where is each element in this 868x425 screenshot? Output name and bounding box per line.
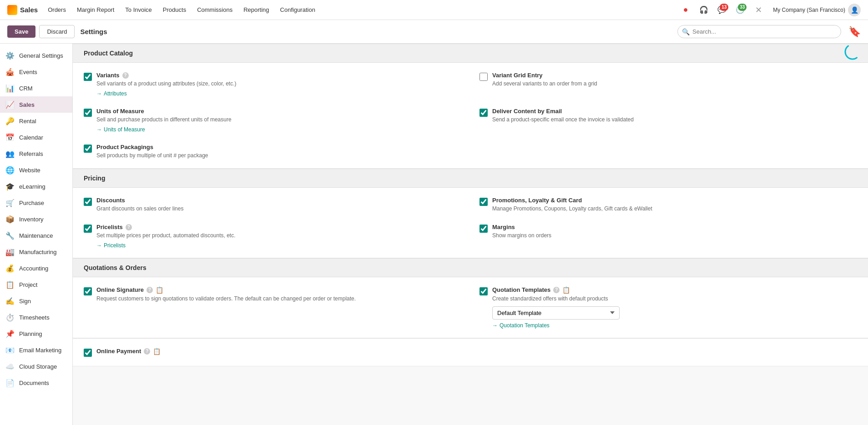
promotions-checkbox[interactable] [479,198,488,206]
online-signature-doc-icon: 📋 [156,286,163,294]
units-of-measure-content: Units of Measure Sell and purchase produ… [96,108,461,133]
sidebar-item-documents[interactable]: 📄 Documents [0,375,72,391]
sidebar-label-rental: Rental [19,118,36,125]
online-payment-help-icon[interactable]: ? [144,348,150,355]
sidebar-label-documents: Documents [19,380,49,386]
attributes-link[interactable]: → Attributes [96,90,127,97]
nav-reporting[interactable]: Reporting [239,4,273,16]
online-signature-help-icon[interactable]: ? [146,287,153,293]
app-logo[interactable]: Sales [4,3,41,17]
online-payment-checkbox[interactable] [84,349,92,357]
discounts-checkbox[interactable] [84,198,92,206]
sidebar-item-planning[interactable]: 📌 Planning [0,325,72,342]
quotation-templates-desc: Create standardized offers with default … [492,295,857,303]
sidebar-label-sales: Sales [19,101,35,108]
variant-grid-entry-title: Variant Grid Entry [492,72,857,79]
user-menu[interactable]: My Company (San Francisco) 👤 [769,2,864,18]
sidebar-item-purchase[interactable]: 🛒 Purchase [0,195,72,211]
sidebar-item-manufacturing[interactable]: 🏭 Manufacturing [0,244,72,260]
sidebar-item-crm[interactable]: 📊 CRM [0,80,72,96]
red-dot-icon[interactable]: ● [678,3,693,17]
extra-settings-section: Online Payment ? 📋 [73,338,868,366]
online-signature-checkbox[interactable] [84,287,92,295]
variant-grid-entry-checkbox[interactable] [479,73,488,81]
quotation-templates-link[interactable]: → Quotation Templates [492,322,550,329]
top-navigation: Sales Orders Margin Report To Invoice Pr… [0,0,868,20]
sidebar-item-events[interactable]: 🎪 Events [0,64,72,80]
sidebar-label-referrals: Referrals [19,150,43,157]
variant-grid-entry-content: Variant Grid Entry Add several variants … [492,72,857,97]
extra-settings-grid: Online Payment ? 📋 [84,348,857,357]
variants-help-icon[interactable]: ? [122,72,129,79]
sidebar-item-rental[interactable]: 🔑 Rental [0,113,72,129]
sidebar-item-email-marketing[interactable]: 📧 Email Marketing [0,342,72,358]
sidebar-item-general-settings[interactable]: ⚙️ General Settings [0,47,72,64]
sidebar-item-timesheets[interactable]: ⏱️ Timesheets [0,309,72,325]
sidebar-item-cloud-storage[interactable]: ☁️ Cloud Storage [0,358,72,375]
default-template-dropdown-container: Default Template [492,306,857,320]
nav-orders[interactable]: Orders [43,4,71,16]
sidebar-label-general-settings: General Settings [19,52,63,59]
documents-icon: 📄 [5,378,15,387]
product-packagings-checkbox[interactable] [84,145,92,153]
sidebar-item-project[interactable]: 📋 Project [0,276,72,293]
chat-icon[interactable]: 💬 13 [715,3,729,17]
sidebar-label-maintenance: Maintenance [19,232,53,239]
save-button[interactable]: Save [7,25,35,38]
sidebar-item-elearning[interactable]: 🎓 eLearning [0,178,72,195]
sidebar-label-elearning: eLearning [19,183,45,190]
deliver-content-desc: Send a product-specific email once the i… [492,116,857,124]
discounts-content: Discounts Grant discounts on sales order… [96,197,461,213]
sales-icon: 📈 [5,100,15,109]
pricelists-checkbox[interactable] [84,225,92,233]
sidebar-item-inventory[interactable]: 📦 Inventory [0,211,72,227]
events-icon: 🎪 [5,67,15,76]
quotation-templates-checkbox[interactable] [479,287,488,295]
discounts-desc: Grant discounts on sales order lines [96,205,461,213]
nav-configuration[interactable]: Configuration [276,4,320,16]
settings-toolbar: Save Discard Settings 🔍 🔖 [0,20,868,44]
sidebar-item-calendar[interactable]: 📅 Calendar [0,129,72,145]
units-of-measure-link[interactable]: → Units of Measure [96,126,145,133]
sidebar-label-crm: CRM [19,85,33,92]
sidebar-item-sign[interactable]: ✍️ Sign [0,293,72,309]
close-button[interactable]: ✕ [751,3,766,17]
online-signature-content: Online Signature ? 📋 Request customers t… [96,286,461,329]
deliver-content-checkbox[interactable] [479,109,488,117]
pricelists-link[interactable]: → Pricelists [96,242,126,249]
setting-deliver-content-by-email: Deliver Content by Email Send a product-… [479,108,857,133]
variants-checkbox[interactable] [84,73,92,81]
setting-product-packagings: Product Packagings Sell products by mult… [84,144,461,160]
variants-desc: Sell variants of a product using attribu… [96,80,461,88]
nav-products[interactable]: Products [158,4,191,16]
discard-button[interactable]: Discard [39,25,75,38]
default-template-select[interactable]: Default Template [492,306,620,320]
pricing-grid: Discounts Grant discounts on sales order… [84,197,857,249]
purchase-icon: 🛒 [5,198,15,207]
sidebar-item-accounting[interactable]: 💰 Accounting [0,260,72,276]
quotation-templates-help-icon[interactable]: ? [553,287,560,293]
headset-icon[interactable]: 🎧 [696,3,711,17]
variant-grid-entry-desc: Add several variants to an order from a … [492,80,857,88]
sidebar-item-maintenance[interactable]: 🔧 Maintenance [0,227,72,244]
sidebar-item-referrals[interactable]: 👥 Referrals [0,145,72,162]
crm-icon: 📊 [5,84,15,93]
setting-margins: Margins Show margins on orders [479,224,857,249]
nav-margin-report[interactable]: Margin Report [72,4,119,16]
product-packagings-desc: Sell products by multiple of unit # per … [96,152,461,160]
email-marketing-icon: 📧 [5,345,15,355]
bookmark-icon[interactable]: 🔖 [848,26,861,38]
quotations-orders-grid: Online Signature ? 📋 Request customers t… [84,286,857,329]
margins-checkbox[interactable] [479,225,488,233]
activity-icon[interactable]: 🕐 33 [733,3,747,17]
nav-to-invoice[interactable]: To Invoice [121,4,156,16]
sidebar-item-sales[interactable]: 📈 Sales [0,96,72,113]
units-of-measure-checkbox[interactable] [84,109,92,117]
nav-commissions[interactable]: Commissions [192,4,237,16]
search-input[interactable] [677,25,841,38]
online-payment-doc-icon: 📋 [153,348,161,355]
variants-content: Variants ? Sell variants of a product us… [96,72,461,97]
sidebar-item-website[interactable]: 🌐 Website [0,162,72,178]
pricelists-help-icon[interactable]: ? [126,224,132,230]
timesheets-icon: ⏱️ [5,313,15,322]
